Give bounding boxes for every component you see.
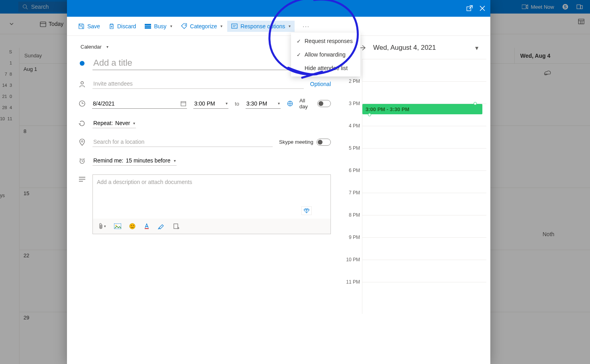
clock-icon: [79, 100, 86, 107]
editor-toolbar: ▾: [93, 219, 330, 234]
check-icon: ✓: [297, 52, 305, 58]
hour-label: 4 PM: [343, 123, 360, 129]
end-time-value: 3:30 PM: [246, 100, 267, 107]
response-options-menu: ✓ Request responses ✓ Allow forwarding H…: [291, 33, 360, 76]
hour-label: 5 PM: [343, 145, 360, 151]
resize-handle-bottom[interactable]: [368, 113, 371, 116]
skype-meeting-toggle[interactable]: [317, 139, 331, 146]
description-placeholder: Add a description or attach documents: [93, 175, 330, 219]
event-preview-chip[interactable]: 3:00 PM - 3:30 PM: [362, 104, 482, 114]
chevron-down-icon: ▾: [170, 24, 172, 28]
hour-label: 11 PM: [343, 279, 360, 285]
optional-attendees-link[interactable]: Optional: [310, 81, 331, 87]
reminder-prefix: Remind me:: [93, 157, 123, 164]
start-time-input[interactable]: 3:00 PM ▾: [193, 99, 228, 109]
hour-label: 9 PM: [343, 235, 360, 240]
preview-date: Wed, August 4, 2021: [373, 44, 436, 52]
color-dot-icon: [80, 61, 85, 66]
timezone-icon[interactable]: [287, 100, 293, 107]
busy-dropdown[interactable]: Busy ▾: [145, 23, 172, 29]
hide-attendee-label: Hide attendee list: [305, 65, 348, 71]
calendar-small-icon: [181, 101, 186, 106]
person-icon: [79, 80, 86, 88]
chevron-down-icon[interactable]: ▾: [475, 44, 478, 52]
allow-forwarding-label: Allow forwarding: [305, 51, 346, 58]
font-color-button[interactable]: [144, 223, 150, 229]
svg-point-32: [131, 225, 132, 226]
chevron-down-icon: ▾: [104, 224, 106, 228]
chevron-down-icon: ▾: [226, 101, 228, 106]
busy-label: Busy: [154, 23, 166, 29]
busy-icon: [145, 24, 151, 29]
reminder-value: 15 minutes before: [126, 157, 170, 164]
repeat-select[interactable]: Repeat: Never ▾: [92, 118, 136, 128]
all-day-toggle[interactable]: [317, 100, 331, 107]
location-input[interactable]: [92, 137, 273, 147]
repeat-prefix: Repeat:: [93, 120, 113, 126]
categorize-label: Categorize: [190, 23, 217, 29]
calendar-picker-label: Calendar: [81, 44, 102, 50]
paperclip-icon: [98, 223, 103, 229]
premium-hint-button[interactable]: [301, 206, 312, 215]
save-icon: [78, 23, 85, 29]
day-timeline[interactable]: 1 PM 2 PM 3 PM 3:00 PM - 3:30 PM 4 PM 5 …: [362, 59, 486, 314]
highlight-button[interactable]: [158, 223, 165, 229]
response-icon: [231, 23, 238, 29]
discard-label: Discard: [117, 23, 136, 29]
start-time-value: 3:00 PM: [194, 100, 215, 107]
allow-forwarding-option[interactable]: ✓ Allow forwarding: [291, 48, 360, 61]
new-event-modal: Save Discard Busy ▾ Categorize ▾ Respons…: [67, 0, 490, 364]
date-input[interactable]: 8/4/2021: [92, 99, 187, 109]
svg-point-33: [133, 225, 134, 226]
chevron-down-icon: ▾: [174, 159, 176, 163]
to-label: to: [235, 101, 239, 107]
insert-image-button[interactable]: [114, 223, 121, 229]
response-options-dropdown[interactable]: Response options ▾: [227, 21, 295, 32]
trash-icon: [109, 23, 114, 29]
discard-button[interactable]: Discard: [109, 23, 136, 29]
chevron-down-icon: ▾: [220, 24, 222, 28]
save-button[interactable]: Save: [78, 23, 100, 29]
more-actions-button[interactable]: ···: [303, 23, 310, 29]
date-value: 8/4/2021: [93, 100, 115, 107]
svg-rect-21: [181, 102, 186, 106]
popout-icon[interactable]: [466, 5, 473, 12]
svg-rect-14: [145, 24, 151, 29]
response-options-label: Response options: [240, 23, 285, 29]
svg-rect-18: [232, 24, 237, 28]
categorize-dropdown[interactable]: Categorize ▾: [181, 23, 223, 29]
request-responses-option[interactable]: ✓ Request responses: [291, 34, 360, 48]
svg-rect-13: [467, 7, 471, 11]
svg-point-17: [185, 24, 185, 25]
chevron-down-icon: ▾: [106, 45, 108, 49]
reminder-select[interactable]: Remind me: 15 minutes before ▾: [92, 156, 177, 166]
chevron-down-icon: ▾: [289, 24, 291, 28]
svg-rect-34: [145, 228, 149, 229]
invite-attendees-input[interactable]: [92, 79, 304, 89]
resize-handle-top[interactable]: [474, 102, 477, 105]
hour-label: 8 PM: [343, 212, 360, 218]
emoji-button[interactable]: [129, 223, 136, 229]
diamond-icon: [304, 208, 309, 213]
event-time-label: 3:00 PM - 3:30 PM: [366, 106, 409, 112]
hour-label: 6 PM: [343, 168, 360, 173]
description-editor[interactable]: Add a description or attach documents ▾: [92, 174, 331, 234]
hour-label: 2 PM: [343, 78, 360, 84]
svg-point-19: [81, 81, 83, 84]
chevron-down-icon: ▾: [278, 101, 280, 106]
location-icon: [79, 139, 85, 146]
repeat-value: Never: [115, 120, 130, 126]
hour-label: 7 PM: [343, 190, 360, 196]
skype-meeting-label: Skype meeting: [279, 139, 313, 145]
hide-attendee-option[interactable]: Hide attendee list: [291, 61, 360, 75]
tag-icon: [181, 23, 187, 29]
attach-button[interactable]: ▾: [98, 223, 106, 229]
signature-button[interactable]: [173, 223, 179, 229]
close-icon[interactable]: [479, 5, 486, 12]
save-label: Save: [87, 23, 100, 29]
check-icon: ✓: [297, 38, 305, 44]
day-preview-panel: Wed, August 4, 2021 ▾ 1 PM 2 PM 3 PM 3:0…: [342, 36, 490, 364]
description-icon: [79, 177, 85, 182]
svg-rect-35: [174, 224, 178, 229]
end-time-input[interactable]: 3:30 PM ▾: [246, 99, 281, 109]
